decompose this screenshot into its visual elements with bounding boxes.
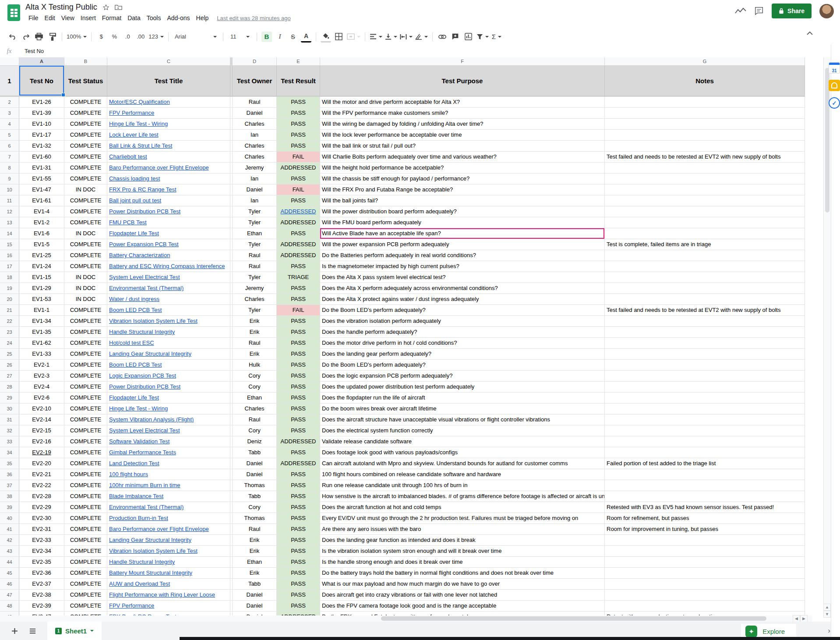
account-avatar[interactable] — [819, 4, 834, 18]
cell-test-no[interactable]: EV2-37 — [19, 579, 64, 590]
cell-test-result[interactable]: ADDRESSED — [277, 612, 320, 615]
test-title-link[interactable]: Battery Characterization — [109, 252, 170, 258]
cell-test-title[interactable]: Vibration Isolation System Life Test — [107, 546, 230, 557]
insert-comment-icon[interactable] — [450, 32, 461, 42]
cell-test-purpose[interactable]: Will the lock lever performance be accep… — [320, 130, 605, 141]
row-header-11[interactable]: 11 — [0, 195, 19, 206]
cell-test-status[interactable]: COMPLETE — [64, 436, 107, 447]
header-cell-test-purpose[interactable]: Test Purpose — [320, 66, 605, 97]
cell-test-purpose[interactable]: Does footage look good with various payl… — [320, 447, 605, 458]
cell-notes[interactable]: Test is complete, failed items are in tr… — [605, 239, 805, 250]
cell-test-title[interactable]: Flopdapter Life Test — [107, 228, 230, 239]
cell-test-no[interactable]: EV2-4 — [19, 382, 64, 392]
print-icon[interactable] — [34, 32, 44, 42]
row-header-31[interactable]: 31 — [0, 414, 19, 425]
cell-test-purpose[interactable]: Is the vibration isolation system stron … — [320, 546, 605, 557]
cell-test-status[interactable]: COMPLETE — [64, 469, 107, 480]
sheets-logo-icon[interactable] — [7, 4, 20, 21]
cell-test-no[interactable]: EV1-17 — [19, 130, 64, 141]
document-title[interactable]: Alta X Testing Public — [25, 3, 97, 12]
cell-test-status[interactable]: COMPLETE — [64, 195, 107, 206]
cell-test-no[interactable]: EV1-6 — [19, 228, 64, 239]
cell-notes[interactable] — [605, 360, 805, 371]
row-header-45[interactable]: 45 — [0, 568, 19, 579]
row-header-26[interactable]: 26 — [0, 360, 19, 371]
cell-notes[interactable] — [605, 579, 805, 590]
test-title-link[interactable]: Environmental Test (Thermal) — [109, 285, 184, 291]
cell-test-owner[interactable]: Deniz — [233, 436, 277, 447]
row-header-22[interactable]: 22 — [0, 316, 19, 327]
scroll-down-icon[interactable]: ▼ — [823, 611, 831, 618]
cell-test-result[interactable]: PASS — [277, 130, 320, 141]
scroll-right-icon[interactable]: ▶ — [800, 615, 808, 622]
cell-test-owner[interactable]: Daniel — [233, 469, 277, 480]
cell-test-result[interactable]: ADDRESSED — [277, 163, 320, 173]
cell-test-no[interactable]: EV2-19 — [19, 447, 64, 458]
test-title-link[interactable]: Flight Performance with Ring Lever Loose — [109, 591, 215, 598]
cell-test-no[interactable]: EV1-10 — [19, 119, 64, 130]
test-title-link[interactable]: Water / dust ingress — [109, 296, 159, 302]
cell-test-no[interactable]: EV1-33 — [19, 349, 64, 360]
cell-test-status[interactable]: COMPLETE — [64, 206, 107, 217]
cell-test-purpose[interactable]: Will the ball link or strut fail / pull … — [320, 141, 605, 152]
comments-icon[interactable] — [754, 6, 764, 16]
cell-test-purpose[interactable]: Will the FMU board perform adequately — [320, 217, 605, 228]
cell-test-no[interactable]: EV2-16 — [19, 436, 64, 447]
cell-test-title[interactable]: Land Detection Test — [107, 458, 230, 469]
cell-test-title[interactable]: System Level Electrical Test — [107, 425, 230, 436]
cell-test-owner[interactable]: Erik — [233, 316, 277, 327]
menu-view[interactable]: View — [58, 14, 78, 22]
cell-test-result[interactable]: PASS — [277, 480, 320, 491]
cell-notes[interactable] — [605, 119, 805, 130]
cell-test-title[interactable]: Boom LED PCB Test — [107, 305, 230, 316]
cell-test-purpose[interactable]: Do the battery trays hold the battery in… — [320, 568, 605, 579]
cell-test-result[interactable]: ADDRESSED — [277, 250, 320, 261]
row-header-40[interactable]: 40 — [0, 513, 19, 524]
cell-test-title[interactable]: Hinge Life Test - Wiring — [107, 119, 230, 130]
row-header-42[interactable]: 42 — [0, 535, 19, 546]
cell-test-result[interactable]: PASS — [277, 491, 320, 502]
cell-test-result[interactable]: ADDRESSED — [277, 217, 320, 228]
cell-test-owner[interactable]: Ian — [233, 130, 277, 141]
horizontal-scrollbar[interactable] — [0, 615, 812, 622]
cell-test-no[interactable]: EV1-35 — [19, 327, 64, 338]
zoom-select[interactable]: 100% — [67, 32, 87, 42]
test-title-link[interactable]: Power Distribution PCB Test — [109, 383, 180, 390]
scroll-up-icon[interactable]: ▲ — [823, 604, 831, 611]
cell-test-title[interactable]: Lock Lever Life test — [107, 130, 230, 141]
bold-button[interactable]: B — [261, 32, 272, 42]
cell-test-result[interactable]: PASS — [277, 568, 320, 579]
tasks-icon[interactable]: ✓ — [829, 97, 840, 109]
cell-test-purpose[interactable]: Will the power distribution board perfor… — [320, 206, 605, 217]
row-header-37[interactable]: 37 — [0, 480, 19, 491]
cell-test-status[interactable]: IN DOC — [64, 272, 107, 283]
cell-test-title[interactable]: Blade Imbalance Test — [107, 491, 230, 502]
cell-test-status[interactable]: COMPLETE — [64, 141, 107, 152]
cell-test-status[interactable]: COMPLETE — [64, 217, 107, 228]
cell-test-status[interactable]: COMPLETE — [64, 513, 107, 524]
cell-test-result[interactable]: ADDRESSED — [277, 206, 320, 217]
last-edit-status[interactable]: Last edit was 28 minutes ago — [217, 15, 290, 21]
cell-test-owner[interactable]: Thomas — [233, 513, 277, 524]
cell-test-no[interactable]: EV1-34 — [19, 316, 64, 327]
cell-test-no[interactable]: EV2-35 — [19, 557, 64, 568]
cell-notes[interactable] — [605, 425, 805, 436]
test-title-link[interactable]: AUW and Overload Test — [109, 580, 170, 587]
cell-test-result[interactable]: PASS — [277, 524, 320, 535]
row-header-44[interactable]: 44 — [0, 557, 19, 568]
decrease-decimals-button[interactable]: .0 — [122, 32, 133, 42]
cell-test-title[interactable]: Chassis loading test — [107, 173, 230, 184]
cell-test-purpose[interactable]: Does the electrical system function corr… — [320, 425, 605, 436]
cell-notes[interactable] — [605, 403, 805, 414]
cell-test-status[interactable]: COMPLETE — [64, 502, 107, 513]
cell-test-title[interactable]: Hinge Life Test - Wiring — [107, 403, 230, 414]
test-title-link[interactable]: System Level Electrical Test — [109, 427, 180, 434]
cell-test-owner[interactable]: Tyler — [233, 272, 277, 283]
cell-test-title[interactable]: Handle Structural Integrity — [107, 557, 230, 568]
cell-test-result[interactable]: FAIL — [277, 152, 320, 163]
test-title-link[interactable]: Baro Performance over Flight Envelope — [109, 526, 209, 532]
cell-test-status[interactable]: COMPLETE — [64, 557, 107, 568]
cell-test-title[interactable]: FPV Performance — [107, 108, 230, 119]
cell-test-owner[interactable]: Cory — [233, 502, 277, 513]
test-title-link[interactable]: Charliebolt test — [109, 153, 147, 160]
